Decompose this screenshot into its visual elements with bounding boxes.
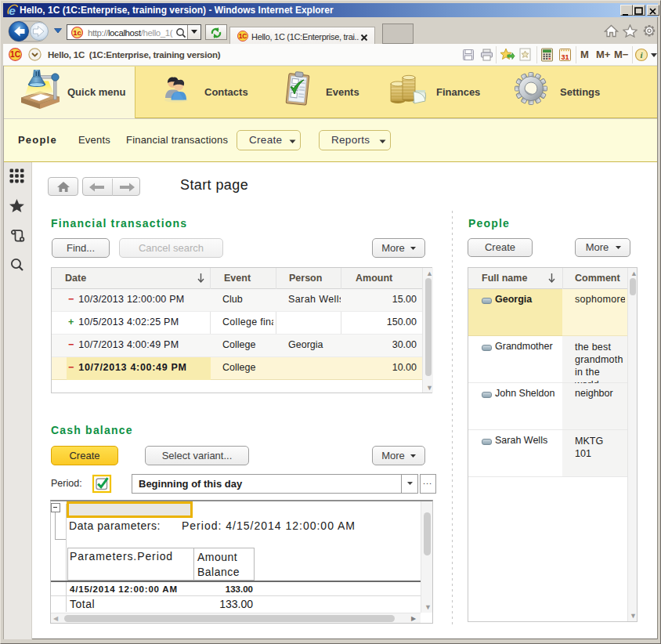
svg-text:1C: 1C bbox=[10, 50, 21, 59]
svg-text:1C: 1C bbox=[239, 32, 247, 40]
svg-text:31: 31 bbox=[561, 53, 569, 61]
svg-text:1c: 1c bbox=[73, 28, 81, 37]
